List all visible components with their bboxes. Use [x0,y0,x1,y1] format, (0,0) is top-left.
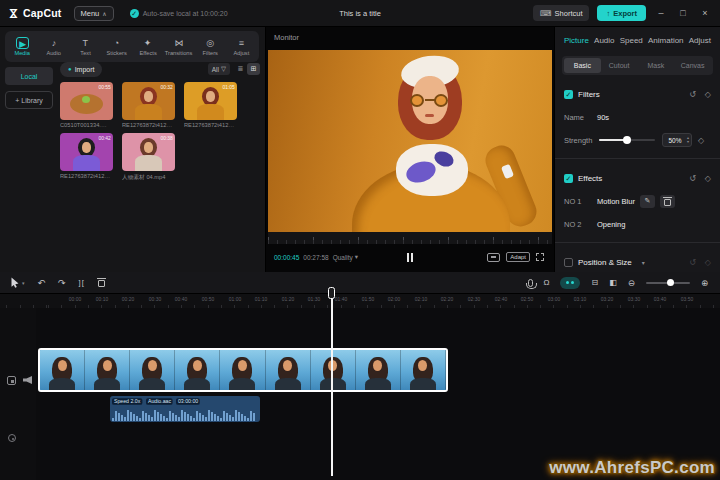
link-clips-button[interactable] [560,277,580,289]
tab-audio[interactable]: ♪Audio [39,37,69,56]
strength-value-box[interactable]: 50% ▴ ▾ [662,133,692,147]
preview-axis-button[interactable]: ⊟ [591,278,598,287]
close-button[interactable]: × [698,8,712,18]
playhead-line[interactable] [331,294,333,476]
autosave-check-icon: ✓ [130,9,139,18]
tab-adjust[interactable]: Adjust [689,36,711,45]
filters-checkbox[interactable]: ✓ [564,90,573,99]
import-button[interactable]: ● Import [60,62,102,77]
zoom-in-button[interactable]: ⊕ [701,278,708,288]
subtab-mask[interactable]: Mask [638,58,675,73]
effects-section-header: ✓ Effects ↺ ◇ [555,171,720,185]
ruler-label: 00:00 [62,296,89,301]
playhead-handle[interactable] [328,287,335,299]
video-clip[interactable] [38,348,448,392]
zoom-slider-handle[interactable] [667,279,674,286]
pause-button[interactable] [407,253,413,262]
preview-scrubber[interactable] [268,232,552,244]
undo-button[interactable]: ↶ [38,278,46,288]
position-size-checkbox[interactable] [564,258,573,267]
tab-transitions[interactable]: ⋈Transitions [164,37,194,56]
maximize-button[interactable]: □ [676,8,690,18]
audio-clip[interactable]: Speed 2.0x Audio.aac 03:00:00 [110,396,260,422]
record-voiceover-button[interactable] [528,279,533,287]
ruler-label: 03:20 [594,296,621,301]
tab-adjust[interactable]: ≡Adjust [226,37,256,56]
reset-icon[interactable]: ↺ [689,258,696,267]
ruler-label: 02:50 [514,296,541,301]
media-item[interactable]: 00:32RE12763872t412.mp4 [122,82,175,128]
import-dot-icon: ● [68,66,72,72]
media-item[interactable]: 00:55C0510T001334.mov [60,82,113,128]
cast-icon[interactable] [487,253,500,262]
lock-track-icon[interactable] [8,434,16,442]
media-thumbnail: 00:38 [122,133,175,171]
effects-checkbox[interactable]: ✓ [564,174,573,183]
reset-icon[interactable]: ↺ [689,174,696,183]
media-filename: RE12763872t412.mp4 [184,122,234,128]
media-item[interactable]: 01:05RE12763872t412.mp4 [184,82,237,128]
mute-track-icon[interactable] [23,376,32,384]
tab-audio[interactable]: Audio [594,36,614,45]
redo-button[interactable]: ↷ [58,278,66,288]
reset-icon[interactable]: ↺ [689,90,696,99]
zoom-out-button[interactable]: ⊖ [628,278,635,288]
tab-animation[interactable]: Animation [648,36,684,45]
split-view-button[interactable]: ◧ [609,278,617,287]
delete-effect-button[interactable] [660,195,675,208]
subtab-cutout[interactable]: Cutout [601,58,638,73]
strength-slider-handle[interactable] [623,136,631,144]
keyframe-icon[interactable]: ◇ [705,174,711,183]
source-local[interactable]: Local [5,67,53,85]
export-button[interactable]: ↑ Export [597,5,646,21]
strength-slider[interactable] [599,139,655,141]
list-view-icon[interactable]: ≣ [234,63,247,75]
microphone-icon [528,279,533,287]
grid-view-icon[interactable]: ⊞ [247,63,260,75]
all-filter-dropdown[interactable]: All ▽ [208,63,230,75]
delete-button[interactable] [98,278,105,287]
minimize-button[interactable]: – [654,8,668,18]
source-library[interactable]: + Library [5,91,53,109]
tab-text[interactable]: TText [70,37,100,56]
adapt-button[interactable]: Adapt [506,252,530,262]
tab-media[interactable]: ▶Media [8,37,38,56]
ruler-label: 00:10 [88,296,115,301]
clip-frame [311,350,356,390]
media-thumbnail: 00:32 [122,82,175,120]
select-tool-button[interactable]: ▾ [10,277,25,288]
media-item[interactable]: 00:38人物素材 04.mp4 [122,133,175,182]
tab-speed[interactable]: Speed [620,36,643,45]
ruler-label: 02:20 [434,296,461,301]
timeline-zoom-slider[interactable] [646,282,690,284]
ruler-label: 01:20 [274,296,301,301]
menu-button[interactable]: Menu ∧ [74,6,114,21]
monitor-label: Monitor [274,33,299,42]
keyframe-icon[interactable]: ◇ [705,258,711,267]
shortcut-button[interactable]: ⌨ Shortcut [533,5,589,21]
keyframe-icon[interactable]: ◇ [705,90,711,99]
autosave-text: Auto-save local at 10:00:20 [143,10,228,17]
quality-dropdown[interactable]: Quality ▾ [333,253,359,261]
hide-track-icon[interactable] [7,376,16,385]
fullscreen-icon[interactable] [536,253,544,261]
subtab-canvas[interactable]: Canvas [674,58,711,73]
tab-effects[interactable]: ✦Effects [133,37,163,56]
media-item[interactable]: 00:42RE12763872t412.mp4 [60,133,113,182]
properties-subtab-bar: BasicCutoutMaskCanvas [562,56,713,75]
tab-filters[interactable]: ◎Filters [195,37,225,56]
keyframe-icon[interactable]: ◇ [698,136,704,145]
chevron-down-icon: ▾ [22,280,25,286]
effect-row: NO 2Opening [555,217,720,231]
split-button[interactable]: ][ [79,278,85,287]
subtab-basic[interactable]: Basic [564,58,601,73]
tab-picture[interactable]: Picture [564,36,589,45]
tab-stickers[interactable]: ◔Stickers [101,37,131,56]
edit-effect-button[interactable]: ✎ [640,195,655,208]
auto-snap-button[interactable]: Ω [544,278,550,287]
position-size-header[interactable]: Position & Size ▾ ↺ ◇ [555,255,720,269]
ruler-label: 00:20 [115,296,142,301]
media-grid: 00:55C0510T001334.mov00:32RE12763872t412… [60,82,260,182]
stepper-down-icon[interactable]: ▾ [687,140,689,144]
timeline-ruler[interactable]: 00:0000:1000:2000:3000:4000:5001:0001:10… [0,294,720,308]
